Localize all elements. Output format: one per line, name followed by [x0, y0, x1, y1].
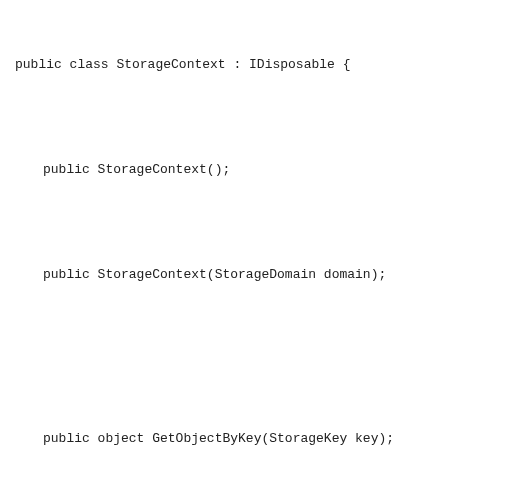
code-line: public object GetObjectByKey(StorageKey …	[15, 430, 507, 448]
code-line: public StorageContext();	[15, 161, 507, 179]
code-line: public class StorageContext : IDisposabl…	[15, 56, 507, 74]
code-block: public class StorageContext : IDisposabl…	[15, 20, 507, 500]
code-line: public StorageContext(StorageDomain doma…	[15, 266, 507, 284]
